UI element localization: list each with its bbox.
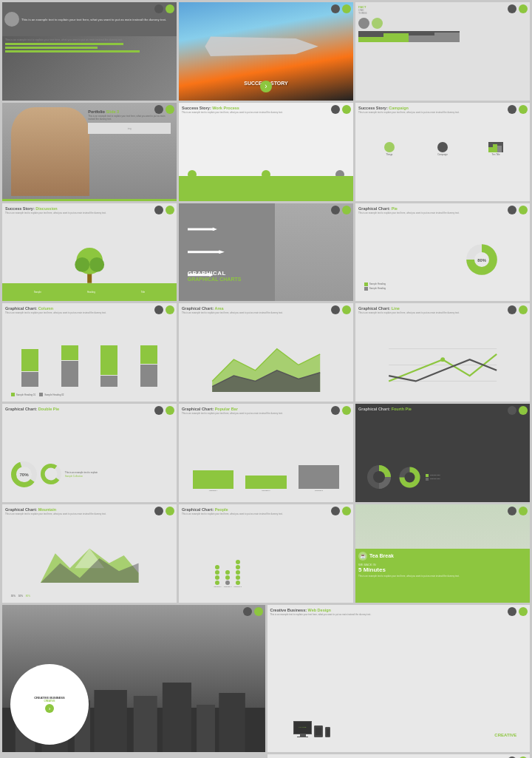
campaign-icons: Things Campaign Ten Title [364, 142, 521, 191]
slide-10-title: Graphical Chart: Column [5, 306, 174, 311]
col-bar-g3 [100, 345, 117, 375]
donut-svg-2 [41, 464, 61, 484]
fact-icon-2 [372, 18, 383, 29]
svg-rect-15 [94, 690, 126, 752]
slide-6-body: This is an example text to explain your … [358, 111, 527, 114]
slide-1-title: This is an example text to explain your … [21, 18, 166, 21]
slide-8-inner: GRAPHICAL GRAPHICAL CHARTS [179, 203, 353, 302]
mt-pct-50: 50% [18, 595, 23, 598]
slide-1-desc: This is an example text to explain your … [5, 38, 174, 41]
tree-labels: Sample Heading Title [11, 291, 168, 294]
pb-label-3: Heading 3 [315, 490, 323, 492]
fp-svg-1 [364, 462, 394, 492]
monitor-base [297, 737, 308, 738]
next-btn[interactable]: › [260, 81, 272, 92]
slide-21: Creative Business: Graphic Design This i… [267, 754, 531, 758]
slide-15-header: Graphical Chart: Fourth Pie [355, 404, 530, 414]
slide-18-top [355, 504, 530, 553]
slide-15-inner: Graphical Chart: Fourth Pie [355, 404, 530, 502]
mountain-labels: 30% 50% 80% [11, 595, 30, 598]
pb-bar-1 [193, 470, 234, 489]
pb-group-1: Heading 1 [188, 470, 239, 492]
donut-1: 70% [11, 461, 37, 487]
slide-21-header: Creative Business: Graphic Design This i… [267, 754, 531, 758]
slide-5: Success Story: Work Process This is an e… [179, 103, 353, 201]
tea-title: Tea Break [369, 553, 394, 558]
businesswoman-bg: Portfolio Slide 3 This is an example tex… [2, 103, 177, 201]
slide-9-header: Graphical Chart: Pie This is an example … [355, 203, 530, 217]
slide-2-badge2 [331, 4, 340, 13]
campaign-bar-chart [488, 142, 503, 152]
bc-bar2 [383, 33, 409, 42]
col-legend-1: Sample Heading 01 [11, 393, 35, 396]
fp-hole-2 [404, 472, 415, 482]
slide-14-inner: Graphical Chart: Popular Bar This is an … [179, 404, 353, 502]
pb-bar-2 [245, 476, 287, 489]
pie-area: 80% [443, 232, 521, 286]
pi-6 [225, 575, 230, 580]
green-footer [179, 176, 353, 200]
slide-7: Success Story: Discussion This is an exa… [2, 203, 177, 302]
slide-5-badge [342, 105, 351, 114]
slide-13-inner: Graphical Chart: Double Pie 70% [2, 404, 177, 502]
slide-2-badge [342, 4, 351, 13]
slide-18-inner: ☕ Tea Break WE BACK IN 5 Minutes This is… [355, 504, 530, 603]
slide-20-body: This is an example text to explain your … [270, 613, 528, 616]
fp-leg-col-1 [426, 474, 429, 477]
col-bar-d1 [21, 372, 38, 387]
creative-arrow: › [49, 705, 51, 712]
slide-12-inner: Graphical Chart: Line This is an example… [355, 303, 530, 402]
legend-color-1 [364, 282, 368, 286]
tea-desc: This is an example text to explain your … [358, 575, 527, 578]
campaign-item-3: Ten Title [471, 142, 521, 191]
slide-14-header: Graphical Chart: Popular Bar This is an … [179, 404, 353, 418]
creative-sub-text: CREATIVE [44, 700, 55, 703]
col-group-1 [11, 349, 50, 387]
fact-three: THREE [358, 12, 527, 15]
people-chart: Sample 1 Sample 2 [214, 538, 344, 587]
slide-7-body: This is an example text to explain your … [5, 212, 174, 214]
svg-point-3 [89, 257, 104, 272]
pi-9 [236, 565, 240, 569]
slide-12-header: Graphical Chart: Line This is an example… [355, 303, 530, 317]
people-icons-2 [225, 570, 230, 585]
svg-point-2 [75, 257, 89, 272]
pc-label-1: Sample 1 [214, 586, 222, 588]
slide-20-badge2 [508, 607, 516, 616]
legend-color-2 [364, 287, 368, 291]
pi-3 [215, 575, 219, 580]
fact-icons [358, 18, 527, 29]
campaign-item-2: Campaign [417, 142, 468, 191]
col-group-4 [130, 345, 168, 387]
mt-pct-80: 80% [26, 595, 30, 598]
slide-10-body: This is an example text to explain your … [5, 311, 174, 314]
slide-13-badge2 [154, 406, 163, 415]
tree-label-2: Heading [87, 291, 95, 294]
double-pie-legend: This is an example text to explain Sampl… [65, 471, 168, 478]
slide-7-badge2 [154, 206, 163, 214]
creative-circle: CREATIVE BUSINESS CREATIVE › [10, 664, 89, 745]
slide-13: Graphical Chart: Double Pie 70% [2, 404, 177, 502]
slide-1-body: This is an example text to explain your … [2, 36, 177, 56]
bar-green-3 [5, 50, 140, 53]
slide-16: Graphical Chart: Mountain This is an exa… [2, 504, 177, 603]
tree-label-3: Title [141, 291, 146, 294]
graphical-text: GRAPHICAL GRAPHICAL CHARTS [188, 270, 242, 282]
slide-4-badge2 [154, 105, 163, 114]
slide-3-inner: FACT ONE THREE [355, 2, 530, 101]
col-legend-2: Sample Heading 02 [39, 393, 64, 396]
people-col-2: Sample 2 [224, 570, 232, 588]
slide-19: CREATIVE BUSINESS CREATIVE › [2, 605, 265, 753]
slide-7-title: Success Story: Discussion [5, 206, 174, 211]
slide-12: Graphical Chart: Line This is an example… [355, 303, 530, 402]
pie-svg: 80% [463, 241, 500, 278]
slide-6-badge2 [508, 105, 516, 114]
slide-1-inner: This is an example text to explain your … [2, 2, 177, 101]
fact-bars [358, 31, 527, 42]
pb-label-2: Heading 2 [262, 490, 270, 492]
arrow-2 [188, 250, 225, 254]
slide-1-text: This is an example text to explain your … [21, 18, 166, 21]
donut-svg-1: 70% [11, 461, 37, 487]
creative-btn[interactable]: › [45, 704, 54, 713]
slide-15-badge [519, 406, 528, 415]
